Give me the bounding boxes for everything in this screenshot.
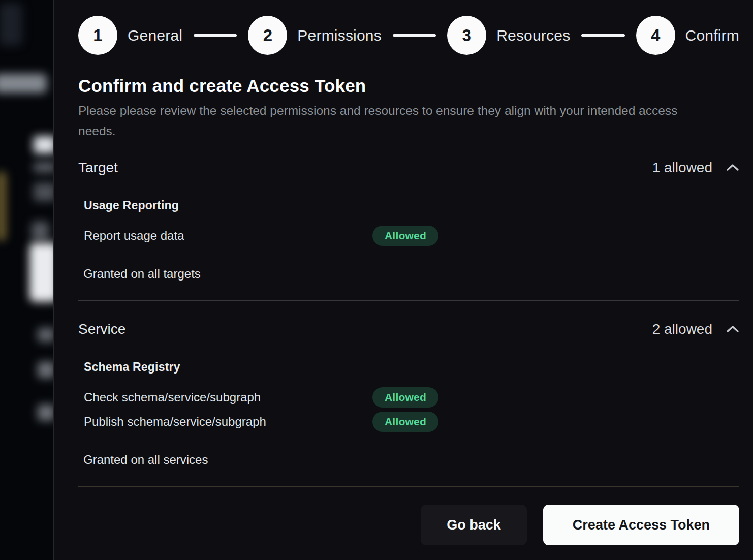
backdrop-accent-blur [0,172,6,241]
backdrop-heading-blur [34,136,53,153]
step-confirm[interactable]: 4 Confirm [636,16,739,55]
section-header-target[interactable]: Target 1 allowed [78,160,739,176]
section-title: Target [78,160,118,176]
step-4-label: Confirm [685,27,739,44]
step-general[interactable]: 1 General [78,16,182,55]
status-badge: Allowed [372,412,438,432]
step-3-label: Resources [496,27,570,44]
section-summary: 2 allowed [652,321,739,337]
chevron-up-icon[interactable] [726,325,739,334]
permission-row: Check schema/service/subgraph Allowed [84,387,739,408]
permission-row: Report usage data Allowed [84,226,739,246]
section-header-service[interactable]: Service 2 allowed [78,321,739,337]
section-title: Service [78,321,125,337]
chevron-up-icon[interactable] [726,163,739,172]
backdrop-card-blur [29,243,53,302]
step-2-label: Permissions [297,27,382,44]
step-4-circle: 4 [636,16,675,55]
page-title: Confirm and create Access Token [78,76,739,96]
allowed-count: 2 allowed [652,321,712,337]
create-access-token-modal: 1 General 2 Permissions 3 Resources 4 Co… [53,0,753,560]
go-back-button[interactable]: Go back [421,505,527,545]
permission-group-heading: Schema Registry [84,360,739,374]
status-badge: Allowed [372,387,438,408]
backdrop-nav-item-blur [0,74,47,93]
backdrop-text-blur [34,183,53,201]
stepper-connector [393,34,436,37]
footer-actions: Go back Create Access Token [78,505,739,545]
backdrop-text-blur [38,328,53,342]
create-access-token-button[interactable]: Create Access Token [543,505,739,545]
wizard-stepper: 1 General 2 Permissions 3 Resources 4 Co… [78,16,739,55]
step-permissions[interactable]: 2 Permissions [248,16,382,55]
step-2-circle: 2 [248,16,287,55]
granted-note: Granted on all services [83,453,739,467]
permission-group-heading: Usage Reporting [84,199,739,212]
permission-row: Publish schema/service/subgraph Allowed [84,412,739,432]
permission-label: Report usage data [84,229,372,243]
section-summary: 1 allowed [652,160,739,176]
stepper-connector [581,34,624,37]
step-3-circle: 3 [447,16,486,55]
footer-divider [78,486,739,487]
backdrop-logo-blur [0,3,22,46]
granted-note: Granted on all targets [83,267,739,281]
status-badge: Allowed [372,226,438,246]
section-divider [78,300,739,301]
backdrop-text-blur [38,362,53,378]
permission-label: Publish schema/service/subgraph [84,415,372,429]
backdrop-text-blur [38,405,53,421]
page-description: Please please review the selected permis… [78,101,703,141]
backdrop-text-blur [34,162,53,173]
allowed-count: 1 allowed [652,160,712,176]
step-1-label: General [128,27,182,44]
backdrop-icon-blur [32,222,49,241]
step-resources[interactable]: 3 Resources [447,16,570,55]
step-1-circle: 1 [78,16,117,55]
permission-label: Check schema/service/subgraph [84,390,372,405]
backdrop-page [0,0,53,560]
stepper-connector [194,34,237,37]
